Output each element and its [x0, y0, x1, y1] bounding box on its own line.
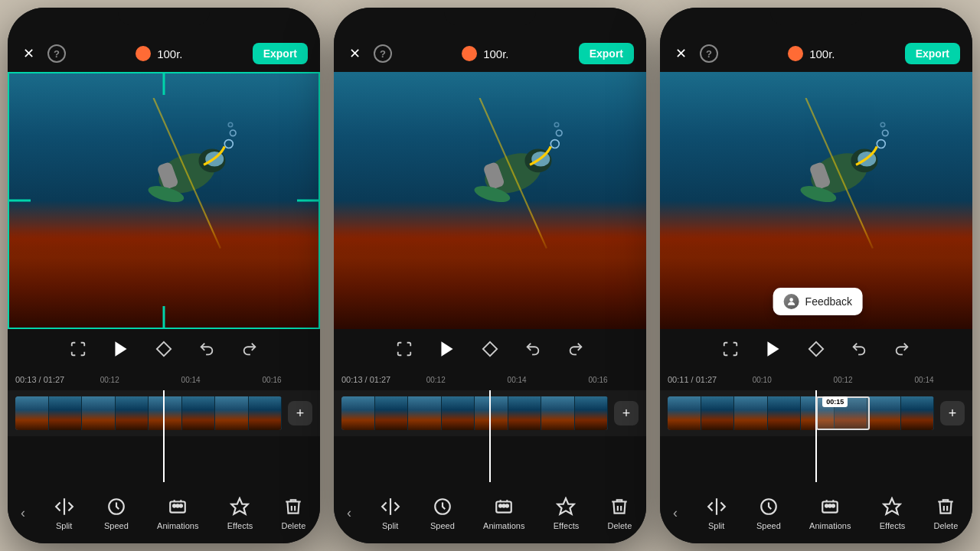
svg-marker-16	[232, 498, 249, 514]
undo-icon[interactable]	[196, 338, 217, 360]
svg-point-14	[177, 504, 179, 507]
tool-effects-label: Effects	[880, 521, 905, 530]
tool-split[interactable]: Split	[53, 495, 76, 530]
export-button[interactable]: Export	[905, 43, 960, 64]
redo-icon[interactable]	[891, 338, 913, 360]
tool-delete[interactable]: Delete	[608, 495, 632, 530]
tool-split[interactable]: Split	[705, 495, 728, 530]
play-button[interactable]	[436, 338, 458, 360]
timeline-track: +	[334, 390, 646, 436]
svg-point-24	[555, 122, 559, 126]
playhead-spacer	[163, 436, 165, 482]
video-strip[interactable]	[15, 396, 282, 430]
export-button[interactable]: Export	[579, 43, 634, 64]
close-icon[interactable]: ✕	[346, 45, 363, 62]
tool-items: Split Speed	[691, 495, 972, 530]
feedback-avatar	[784, 294, 799, 309]
redo-icon[interactable]	[239, 338, 260, 360]
crop-handle-left[interactable]	[8, 200, 31, 202]
timecode-mark-3: 00:16	[263, 376, 282, 384]
fullscreen-icon[interactable]	[67, 338, 89, 360]
back-button[interactable]: ‹	[334, 482, 364, 543]
tool-effects[interactable]: Effects	[880, 495, 905, 530]
phone-top-bar	[660, 8, 972, 35]
strip-frame	[508, 396, 542, 430]
play-button[interactable]	[763, 338, 784, 360]
playhead-spacer	[815, 436, 817, 482]
add-clip-button[interactable]: +	[288, 401, 312, 425]
timeline-timecodes: 00:11 / 01:27 00:10 00:12 00:14	[660, 369, 972, 390]
redo-icon[interactable]	[565, 338, 586, 360]
tool-animations[interactable]: Animations	[157, 495, 198, 530]
split-icon	[379, 495, 402, 518]
svg-marker-51	[884, 498, 901, 514]
tool-speed[interactable]: Speed	[104, 495, 129, 530]
tool-items: Split Speed	[364, 495, 646, 530]
undo-icon[interactable]	[522, 338, 544, 360]
close-icon[interactable]: ✕	[672, 45, 689, 62]
crop-handle-bottom[interactable]	[163, 306, 165, 329]
tool-delete[interactable]: Delete	[282, 495, 306, 530]
undo-icon[interactable]	[848, 338, 870, 360]
strip-frame	[901, 396, 935, 430]
speed-icon	[105, 495, 128, 518]
close-icon[interactable]: ✕	[20, 45, 37, 62]
app-title: 100r.	[483, 47, 508, 60]
video-preview	[334, 72, 646, 329]
svg-point-31	[503, 504, 505, 507]
tool-animations-label: Animations	[157, 521, 198, 530]
feedback-tooltip[interactable]: Feedback	[773, 288, 863, 315]
tool-animations[interactable]: Animations	[483, 495, 524, 530]
export-button[interactable]: Export	[253, 43, 308, 64]
svg-point-5	[225, 139, 234, 148]
tool-effects-label: Effects	[227, 521, 253, 530]
timecode-marks: 00:12 00:14 00:16	[395, 376, 639, 384]
phone-1: ✕ ? 100r. Export	[8, 8, 320, 543]
controls-bar	[8, 329, 320, 369]
tool-speed[interactable]: Speed	[430, 495, 455, 530]
back-button[interactable]: ‹	[8, 482, 38, 543]
phone-notch	[770, 8, 862, 24]
tool-split-label: Split	[56, 521, 72, 530]
timecode-mark-3: 00:16	[589, 376, 608, 384]
diamond-icon[interactable]	[479, 338, 501, 360]
tool-effects[interactable]: Effects	[554, 495, 579, 530]
tool-split-label: Split	[708, 521, 724, 530]
video-strip[interactable]	[341, 396, 608, 430]
timecode-marks: 00:12 00:14 00:16	[69, 376, 312, 384]
svg-point-22	[551, 139, 560, 148]
svg-marker-9	[115, 341, 126, 357]
help-icon[interactable]: ?	[47, 44, 66, 63]
help-icon[interactable]: ?	[700, 44, 718, 63]
phone-3: ✕ ? 100r. Export	[660, 8, 972, 543]
help-icon[interactable]: ?	[374, 44, 392, 63]
tool-speed[interactable]: Speed	[756, 495, 781, 530]
tool-split[interactable]: Split	[379, 495, 402, 530]
fullscreen-icon[interactable]	[720, 338, 741, 360]
strip-frame	[701, 396, 735, 430]
play-button[interactable]	[110, 338, 132, 360]
crop-handle-top[interactable]	[163, 72, 165, 95]
strip-frame	[149, 396, 182, 430]
add-clip-button[interactable]: +	[940, 401, 965, 425]
fullscreen-icon[interactable]	[394, 338, 415, 360]
strip-frame	[734, 396, 768, 430]
video-strip[interactable]	[668, 396, 934, 430]
strip-frame	[867, 396, 901, 430]
app-header: ✕ ? 100r. Export	[8, 35, 320, 72]
back-button[interactable]: ‹	[660, 482, 691, 543]
crop-handle-right[interactable]	[297, 200, 320, 202]
underwater-scene	[334, 72, 646, 329]
playhead	[489, 390, 491, 436]
tool-animations[interactable]: Animations	[809, 495, 851, 530]
phone-notch	[444, 8, 536, 24]
tool-animations-label: Animations	[809, 521, 851, 530]
bottom-toolbar: ‹ Split Speed	[8, 482, 320, 543]
tool-effects[interactable]: Effects	[227, 495, 253, 530]
diamond-icon[interactable]	[805, 338, 827, 360]
tool-delete[interactable]: Delete	[934, 495, 959, 530]
playhead-spacer	[489, 436, 491, 482]
diamond-icon[interactable]	[153, 338, 175, 360]
phone-top-bar	[334, 8, 646, 35]
add-clip-button[interactable]: +	[614, 401, 639, 425]
